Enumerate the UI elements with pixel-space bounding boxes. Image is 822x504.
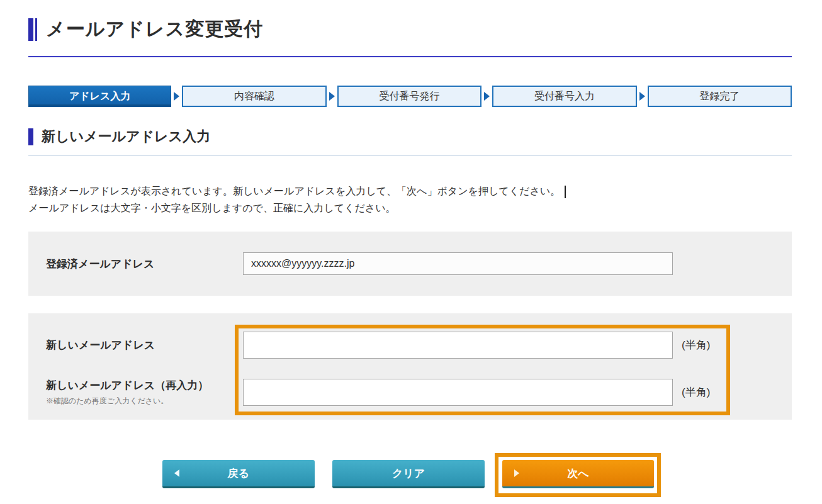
next-arrow-icon — [514, 469, 519, 477]
next-button[interactable]: 次へ — [502, 460, 654, 488]
step-number-input: 受付番号入力 — [492, 86, 636, 107]
step-label: 内容確認 — [234, 90, 274, 103]
step-address-input: アドレス入力 — [28, 86, 171, 107]
step-label: 受付番号発行 — [380, 90, 440, 103]
email-change-page: メールアドレス変更受付 アドレス入力 内容確認 受付番号発行 受付番号入力 登録… — [0, 0, 822, 504]
step-arrow-icon — [174, 92, 179, 101]
registered-email-panel: 登録済メールアドレス — [28, 232, 792, 296]
new-email-confirm-label: 新しいメールアドレス（再入力） ※確認のため再度ご入力ください。 — [46, 378, 243, 406]
new-email-confirm-input[interactable] — [243, 379, 673, 406]
step-indicator: アドレス入力 内容確認 受付番号発行 受付番号入力 登録完了 — [28, 86, 792, 107]
step-arrow-icon — [329, 92, 335, 101]
section-title: 新しいメールアドレス入力 — [42, 127, 210, 146]
new-email-label: 新しいメールアドレス — [46, 338, 243, 352]
clear-button[interactable]: クリア — [332, 460, 485, 488]
step-content-confirm: 内容確認 — [182, 86, 326, 107]
step-label: アドレス入力 — [69, 90, 131, 103]
registered-email-field — [243, 252, 673, 275]
back-button[interactable]: 戻る — [162, 460, 315, 488]
title-divider — [28, 56, 792, 57]
confirm-note: ※確認のため再度ご入力ください。 — [46, 396, 243, 406]
instructions: 登録済メールアドレスが表示されています。新しいメールアドレスを入力して、「次へ」… — [28, 182, 792, 216]
new-email-format-note: (半角) — [682, 338, 710, 352]
step-number-issue: 受付番号発行 — [337, 86, 481, 107]
step-arrow-icon — [484, 92, 490, 101]
registered-email-label: 登録済メールアドレス — [46, 257, 243, 271]
new-email-confirm-format-note: (半角) — [682, 385, 710, 400]
step-complete: 登録完了 — [648, 86, 792, 107]
step-label: 受付番号入力 — [534, 90, 595, 103]
instructions-line2: メールアドレスは大文字・小文字を区別しますので、正確に入力してください。 — [28, 199, 792, 216]
section-accent-bar-icon — [28, 128, 33, 145]
instructions-line1: 登録済メールアドレスが表示されています。新しいメールアドレスを入力して、「次へ」… — [28, 186, 560, 196]
section-heading-row: 新しいメールアドレス入力 — [28, 127, 792, 146]
next-button-label: 次へ — [567, 466, 588, 481]
back-button-label: 戻る — [228, 466, 249, 481]
page-title-row: メールアドレス変更受付 — [28, 16, 792, 42]
step-arrow-icon — [639, 92, 645, 101]
page-title: メールアドレス変更受付 — [46, 16, 263, 42]
text-caret — [565, 186, 566, 198]
next-button-wrap: 次へ — [502, 460, 654, 488]
new-email-row: 新しいメールアドレス (半角) — [46, 332, 792, 359]
button-row: 戻る クリア 次へ — [162, 460, 792, 488]
clear-button-label: クリア — [392, 466, 425, 481]
back-arrow-icon — [174, 469, 179, 477]
new-email-confirm-row: 新しいメールアドレス（再入力） ※確認のため再度ご入力ください。 (半角) — [46, 378, 792, 406]
instructions-line1-row: 登録済メールアドレスが表示されています。新しいメールアドレスを入力して、「次へ」… — [28, 182, 792, 199]
new-email-input[interactable] — [243, 332, 673, 359]
new-email-panel: 新しいメールアドレス (半角) 新しいメールアドレス（再入力） ※確認のため再度… — [28, 313, 792, 420]
title-accent-bars-icon — [28, 18, 37, 41]
section-divider — [28, 155, 792, 156]
step-label: 登録完了 — [699, 90, 740, 103]
